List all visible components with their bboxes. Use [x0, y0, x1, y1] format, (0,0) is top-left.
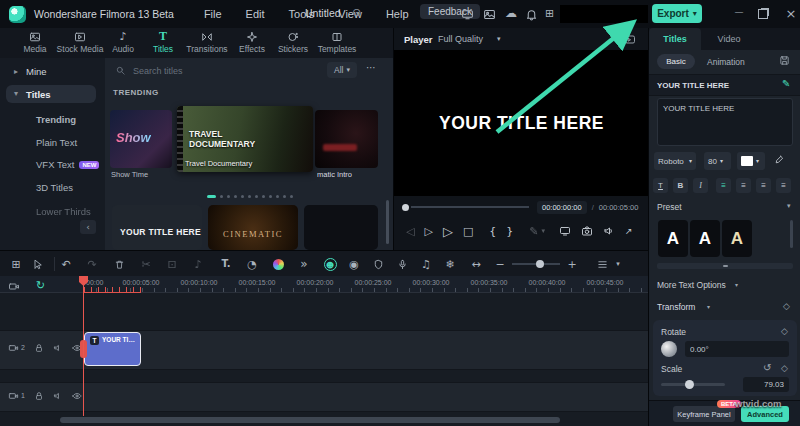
font-color-dropdown[interactable]: ▾	[737, 152, 765, 170]
text-tool-icon[interactable]: T.	[217, 251, 235, 277]
title-card-travel-documentary[interactable]: TRAVEL DOCUMENTARY Travel Documentary	[177, 106, 313, 172]
transform-section[interactable]: Transform ▾ ◇	[649, 300, 800, 316]
detach-player-icon[interactable]: ↗	[625, 227, 633, 236]
fit-timeline-icon[interactable]: ↔	[467, 251, 485, 277]
rotate-keyframe-icon[interactable]: ◇	[781, 327, 788, 336]
align-center-button[interactable]: ≡	[736, 178, 751, 193]
mute-track-icon[interactable]	[53, 391, 63, 401]
italic-button[interactable]: I	[693, 178, 708, 193]
browser-scrollbar[interactable]	[386, 200, 389, 244]
player-settings-icon[interactable]	[624, 34, 636, 46]
scrubber-handle[interactable]	[402, 204, 409, 211]
transform-keyframe-icon[interactable]: ◇	[783, 302, 790, 311]
pagination-dot[interactable]	[255, 195, 258, 198]
menu-help[interactable]: Help	[386, 8, 409, 20]
pagination-dot[interactable]	[283, 195, 286, 198]
split-scissors-icon[interactable]: ✂	[137, 251, 155, 277]
more-text-options[interactable]: More Text Options ▾	[649, 278, 800, 294]
delete-icon[interactable]	[110, 251, 128, 277]
preset-scrollbar[interactable]	[790, 220, 793, 248]
filter-dropdown[interactable]: All▾	[327, 62, 357, 78]
sidebar-group-mine[interactable]: ▸ Mine	[14, 66, 47, 77]
notification-bell-icon[interactable]	[525, 8, 538, 21]
auto-ripple-icon[interactable]: ↻	[36, 280, 45, 291]
menu-file[interactable]: File	[204, 8, 222, 20]
speed-icon[interactable]: ◔	[243, 251, 261, 277]
preset-sample-2[interactable]: A	[690, 220, 720, 257]
timeline-ruler[interactable]: 00:00 00:00:05:00 00:00:10:00 00:00:15:0…	[0, 276, 648, 293]
select-cursor-icon[interactable]	[29, 251, 47, 277]
audio-mixer-icon[interactable]: ♫	[417, 251, 435, 277]
text-style-button[interactable]: T	[653, 178, 668, 193]
pagination-dot[interactable]	[269, 195, 272, 198]
cloud-upload-icon[interactable]: ☁	[505, 7, 517, 19]
pagination-dot[interactable]	[262, 195, 265, 198]
app-grid-icon[interactable]: ⊞	[545, 8, 554, 19]
media-bin-icon[interactable]: ⊞	[7, 251, 25, 277]
scale-value-input[interactable]	[743, 377, 789, 392]
rotate-value-input[interactable]	[685, 341, 789, 357]
collapse-sidebar-button[interactable]: ‹	[80, 220, 96, 234]
search-input[interactable]	[131, 61, 285, 81]
ai-portrait-icon[interactable]: ☻	[321, 251, 339, 277]
scale-slider-handle[interactable]	[685, 380, 694, 389]
volume-button[interactable]	[603, 225, 615, 237]
timeline-clip-title[interactable]: T YOUR TITLE HERE	[84, 332, 141, 366]
bold-button[interactable]: B	[673, 178, 688, 193]
restore-button[interactable]	[758, 9, 768, 19]
play-button[interactable]: ▷	[443, 225, 453, 238]
scrubber-track[interactable]	[411, 206, 529, 208]
sidebar-item-plain-text[interactable]: Plain Text	[36, 137, 77, 148]
preset-sample-3[interactable]: A	[722, 220, 752, 257]
sidebar-item-lower-thirds[interactable]: Lower Thirds	[36, 206, 91, 217]
title-card-cinematic-intro[interactable]	[315, 110, 378, 168]
quick-edit-chevron-icon[interactable]: ▾	[542, 228, 546, 235]
motion-track-icon[interactable]: ◉	[345, 251, 363, 277]
sidebar-item-trending[interactable]: Trending	[36, 114, 76, 125]
pagination-dot[interactable]	[234, 195, 237, 198]
close-button[interactable]: ×	[780, 7, 800, 20]
eyedropper-icon[interactable]	[773, 155, 784, 166]
subtab-animation[interactable]: Animation	[707, 57, 745, 67]
lock-track-icon[interactable]	[34, 391, 44, 401]
undo-icon[interactable]: ↶	[57, 251, 75, 277]
preset-sample-1[interactable]: A	[658, 220, 688, 257]
quality-dropdown[interactable]: Full Quality▾	[438, 34, 501, 44]
search-icon[interactable]	[115, 65, 126, 76]
font-size-dropdown[interactable]: 80▾	[704, 152, 731, 170]
pagination-dot[interactable]	[241, 195, 244, 198]
crop-icon[interactable]: ⊡	[163, 251, 181, 277]
plugin-shield-icon[interactable]	[369, 251, 387, 277]
play-from-start-button[interactable]: ▷	[424, 226, 432, 237]
add-media-track-icon[interactable]	[8, 280, 20, 292]
sidebar-item-3d-titles[interactable]: 3D Titles	[36, 182, 73, 193]
tab-titles-inspector[interactable]: Titles	[649, 28, 701, 50]
rotate-knob[interactable]	[661, 341, 677, 357]
pagination-dot[interactable]	[290, 195, 293, 198]
quick-edit-button[interactable]: ✎	[529, 226, 538, 237]
stop-button[interactable]: □	[463, 226, 473, 237]
menu-edit[interactable]: Edit	[246, 8, 265, 20]
mute-track-icon[interactable]	[53, 343, 63, 353]
snapshot-camera-button[interactable]	[581, 225, 593, 237]
track-manager-chevron-icon[interactable]: ▾	[609, 251, 627, 277]
align-left-button[interactable]: ≡	[716, 178, 731, 193]
monitor-icon[interactable]	[461, 8, 474, 21]
title-card-partial[interactable]	[304, 205, 378, 250]
project-status-icon[interactable]: ⊙	[352, 7, 361, 18]
keyframe-panel-button[interactable]: Keyframe Panel	[673, 406, 735, 422]
tab-video-inspector[interactable]: Video	[701, 28, 757, 50]
voiceover-mic-icon[interactable]	[393, 251, 411, 277]
pagination-dot[interactable]	[227, 195, 230, 198]
playhead-line[interactable]	[83, 276, 84, 416]
fullscreen-button[interactable]	[559, 225, 571, 237]
more-tools-icon[interactable]: »	[295, 251, 313, 277]
pagination-dot[interactable]	[276, 195, 279, 198]
sidebar-group-titles[interactable]: ▾ Titles	[6, 85, 96, 103]
color-wheel-icon[interactable]	[269, 251, 287, 277]
player-scrubber[interactable]: 00:00:00:00 / 00:00:05:00	[394, 200, 649, 214]
pagination-dot[interactable]	[248, 195, 251, 198]
timeline-scrollbar[interactable]	[60, 417, 560, 423]
title-card-cinematic[interactable]: CINEMATIC	[208, 205, 298, 250]
lock-track-icon[interactable]	[34, 343, 44, 353]
